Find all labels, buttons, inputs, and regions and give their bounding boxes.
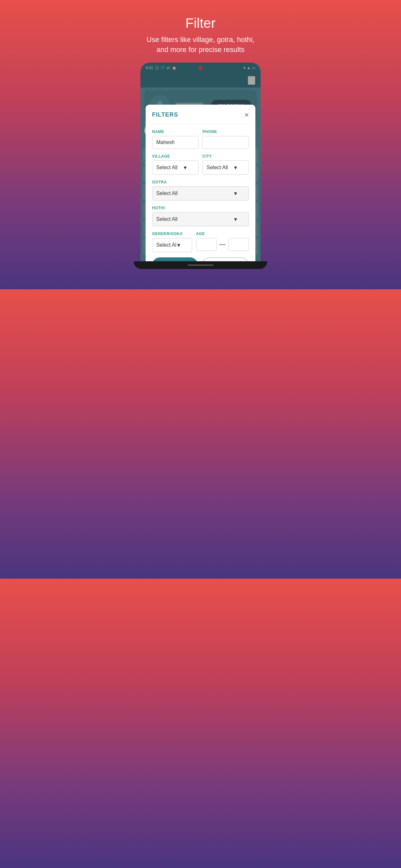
gotra-select-value: Select All xyxy=(156,190,178,196)
name-phone-row: NAME PHONE xyxy=(152,129,249,149)
gotra-label: GOTRA xyxy=(152,180,249,184)
close-button[interactable]: × xyxy=(244,111,249,119)
age-dash: — xyxy=(219,241,226,248)
hothi-field: HOTHI Select All ▾ xyxy=(152,206,249,226)
village-select-value: Select All xyxy=(156,165,178,170)
search-modal-button[interactable]: SEARCH xyxy=(152,257,198,261)
hothi-label: HOTHI xyxy=(152,206,249,210)
city-select[interactable]: Select All ▾ xyxy=(203,160,249,175)
gender-select-value: Select Al xyxy=(156,242,176,248)
gender-age-row: GENDER/SOKA Select Al ▾ AGE — xyxy=(152,231,249,252)
age-to-input[interactable] xyxy=(228,238,249,251)
village-city-row: VILLAGE Select All ▾ CITY Select All ▾ xyxy=(152,154,249,175)
gender-select[interactable]: Select Al ▾ xyxy=(152,238,192,252)
age-field-col: AGE — xyxy=(196,231,249,251)
chevron-down-icon: ▾ xyxy=(234,164,237,171)
gender-field-col: GENDER/SOKA Select Al ▾ xyxy=(152,231,192,252)
page-subtitle: Use filters like village, gotra, hothi, … xyxy=(142,35,259,55)
gotra-select[interactable]: Select All ▾ xyxy=(152,186,249,200)
phone-field-col: PHONE xyxy=(203,129,249,149)
phone-bottom-bar xyxy=(134,261,267,269)
age-label: AGE xyxy=(196,231,249,236)
modal-header: FILTERS × xyxy=(152,111,249,119)
gotra-field: GOTRA Select All ▾ xyxy=(152,180,249,200)
home-indicator xyxy=(188,265,213,266)
hothi-select-value: Select All xyxy=(156,216,178,222)
filters-modal: FILTERS × NAME PHONE VILLAGE xyxy=(146,104,255,261)
modal-overlay: FILTERS × NAME PHONE VILLAGE xyxy=(141,63,260,261)
gender-label: GENDER/SOKA xyxy=(152,231,192,236)
chevron-down-icon: ▾ xyxy=(234,216,237,223)
age-from-input[interactable] xyxy=(196,238,217,251)
hothi-select[interactable]: Select All ▾ xyxy=(152,212,249,226)
city-select-value: Select All xyxy=(207,165,228,170)
modal-title: FILTERS xyxy=(152,112,178,118)
age-range: — xyxy=(196,238,249,251)
phone-label: PHONE xyxy=(203,129,249,134)
modal-footer: SEARCH CLEAR xyxy=(152,257,249,261)
name-label: NAME xyxy=(152,129,198,134)
city-field-col: CITY Select All ▾ xyxy=(203,154,249,175)
page-header: Filter Use filters like village, gotra, … xyxy=(134,0,267,63)
city-label: CITY xyxy=(203,154,249,159)
clear-button[interactable]: CLEAR xyxy=(202,257,249,261)
village-select[interactable]: Select All ▾ xyxy=(152,160,198,175)
phone-frame: 9:41 ⓘ 🛡 ⇄ ⏰ ▾ ▲ ▭ ⋮ MY FAMILY 🔍 T xyxy=(141,63,260,261)
village-label: VILLAGE xyxy=(152,154,198,159)
page-title: Filter xyxy=(142,16,259,31)
modal-divider xyxy=(152,124,249,124)
chevron-down-icon: ▾ xyxy=(234,190,237,197)
chevron-down-icon: ▾ xyxy=(177,242,180,249)
name-field-col: NAME xyxy=(152,129,198,149)
village-field-col: VILLAGE Select All ▾ xyxy=(152,154,198,175)
name-input[interactable] xyxy=(152,136,198,149)
phone-input[interactable] xyxy=(203,136,249,149)
chevron-down-icon: ▾ xyxy=(184,164,187,171)
